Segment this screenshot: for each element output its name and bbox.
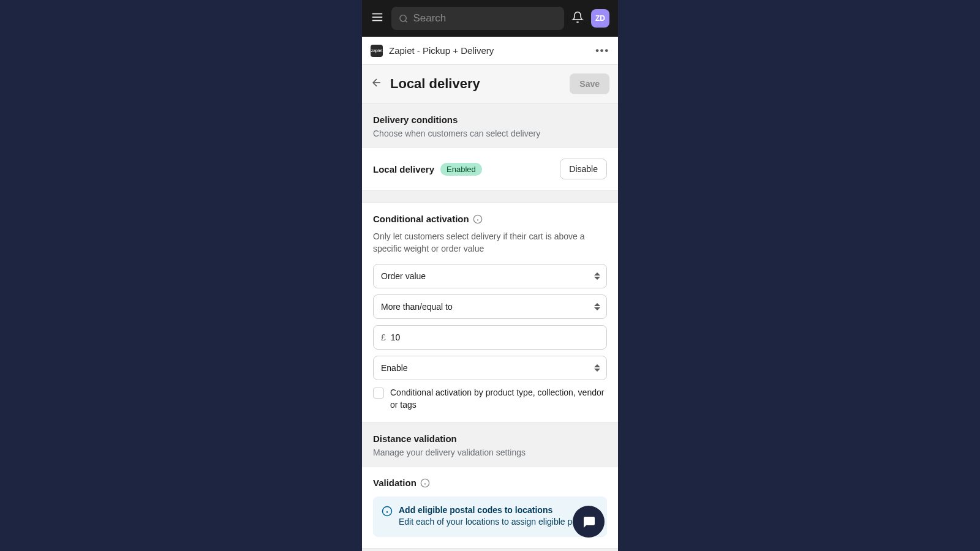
notifications-icon[interactable]	[571, 11, 584, 26]
app-name: Zapiet - Pickup + Delivery	[389, 45, 589, 56]
section-subtitle: Manage your delivery validation settings	[373, 448, 607, 457]
app-header: zapiet Zapiet - Pickup + Delivery •••	[362, 37, 618, 65]
distance-validation-header: Distance validation Manage your delivery…	[362, 422, 618, 466]
section-title: Delivery conditions	[373, 114, 607, 125]
info-icon[interactable]	[473, 214, 483, 224]
operator-select[interactable]: More than/equal to	[373, 294, 607, 319]
section-title: Distance validation	[373, 433, 607, 444]
info-icon	[382, 506, 393, 517]
metric-select[interactable]: Order value	[373, 264, 607, 288]
postal-codes-banner: Add eligible postal codes to locations E…	[373, 497, 607, 537]
top-bar: ZD	[362, 0, 618, 37]
save-button[interactable]: Save	[570, 73, 609, 94]
delivery-conditions-header: Delivery conditions Choose when customer…	[362, 103, 618, 147]
card-description: Only let customers select delivery if th…	[373, 230, 607, 255]
avatar[interactable]: ZD	[591, 9, 609, 28]
chat-icon	[581, 514, 596, 529]
product-type-checkbox[interactable]	[373, 388, 384, 399]
section-subtitle: Choose when customers can select deliver…	[373, 129, 607, 138]
delivery-status-card: Local delivery Enabled Disable	[362, 147, 618, 191]
banner-text: Edit each of your locations to assign el…	[399, 516, 590, 528]
conditional-activation-card: Conditional activation Only let customer…	[362, 202, 618, 422]
action-value: Enable	[381, 363, 408, 373]
product-type-checkbox-row: Conditional activation by product type, …	[373, 386, 607, 411]
content-scroll[interactable]: Delivery conditions Choose when customer…	[362, 103, 618, 551]
action-select[interactable]: Enable	[373, 356, 607, 380]
more-icon[interactable]: •••	[595, 45, 609, 56]
operator-value: More than/equal to	[381, 302, 453, 312]
metric-value: Order value	[381, 271, 426, 281]
info-icon[interactable]	[420, 478, 430, 488]
checkbox-label: Conditional activation by product type, …	[390, 386, 607, 411]
chevron-updown-icon	[594, 272, 600, 280]
search-icon	[399, 13, 408, 24]
search-input[interactable]	[391, 7, 564, 30]
currency-prefix: £	[381, 332, 386, 342]
app-frame: ZD zapiet Zapiet - Pickup + Delivery •••…	[362, 0, 618, 551]
disable-button[interactable]: Disable	[560, 159, 607, 179]
banner-title: Add eligible postal codes to locations	[399, 505, 590, 515]
status-label: Local delivery	[373, 164, 434, 174]
svg-line-4	[405, 20, 407, 22]
page-title: Local delivery	[390, 76, 562, 92]
amount-field[interactable]: £	[373, 325, 607, 350]
status-badge: Enabled	[440, 163, 482, 176]
menu-icon[interactable]	[371, 10, 384, 26]
search-field[interactable]	[413, 12, 557, 24]
amount-input[interactable]	[391, 332, 599, 342]
chat-fab[interactable]	[573, 506, 605, 538]
back-icon[interactable]	[371, 77, 383, 91]
chevron-updown-icon	[594, 364, 600, 372]
page-header: Local delivery Save	[362, 65, 618, 103]
card-title: Validation	[373, 478, 417, 488]
svg-point-3	[400, 15, 406, 21]
card-title: Conditional activation	[373, 214, 469, 224]
app-logo: zapiet	[371, 45, 383, 57]
validation-card: Validation Add eligible postal codes to …	[362, 466, 618, 549]
chevron-updown-icon	[594, 303, 600, 310]
